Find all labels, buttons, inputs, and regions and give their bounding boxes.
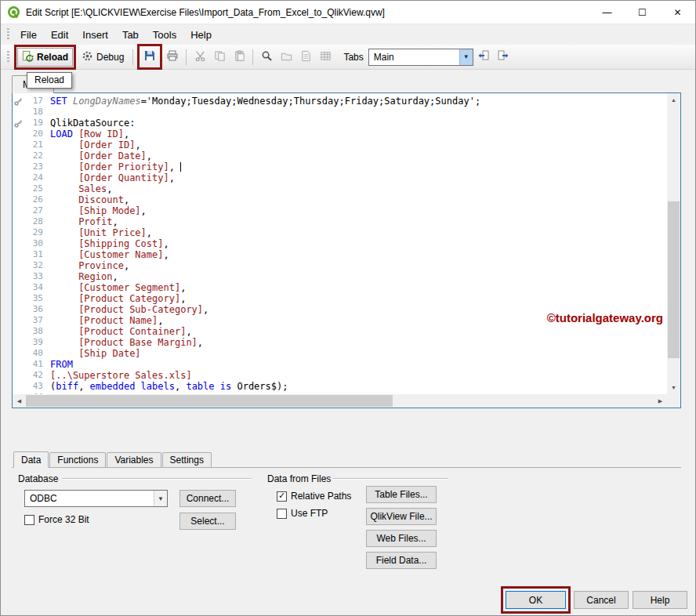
- tabs-combobox[interactable]: Main ▼: [368, 49, 473, 66]
- code-text: SET LongDayNames='Monday;Tuesday;Wednesd…: [43, 96, 480, 107]
- paste-button: [230, 47, 248, 67]
- menu-items: FileEditInsertTabToolsHelp: [13, 26, 219, 44]
- window-title: Edit Script [E:\QLICKVIEW\Exercise Files…: [26, 7, 589, 18]
- use-ftp-label: Use FTP: [291, 508, 328, 519]
- tab-functions[interactable]: Functions: [49, 452, 106, 467]
- chevron-down-icon[interactable]: ▼: [459, 49, 473, 65]
- force-32bit-checkbox[interactable]: [24, 515, 34, 525]
- code-segment: [50, 150, 78, 161]
- tab-settings[interactable]: Settings: [162, 452, 212, 467]
- menu-item-tab[interactable]: Tab: [115, 26, 146, 44]
- code-segment: LOAD: [50, 129, 73, 140]
- horizontal-scrollbar[interactable]: ◀ ▶: [13, 394, 667, 408]
- code-line: 33 Region,: [13, 271, 667, 282]
- gutter-spacer: [13, 348, 24, 359]
- code-line: 40 [Ship Date]: [13, 348, 667, 359]
- scroll-right-icon[interactable]: ▶: [654, 394, 667, 408]
- button-qlikview-file[interactable]: QlikView File...: [366, 508, 437, 525]
- select-button[interactable]: Select...: [179, 513, 236, 530]
- gutter-spacer: [13, 304, 24, 315]
- code-line: 17SET LongDayNames='Monday;Tuesday;Wedne…: [13, 96, 667, 107]
- use-ftp-checkbox[interactable]: [277, 509, 287, 519]
- gutter-spacer: [13, 370, 24, 381]
- reload-highlight-box: Reload: [14, 45, 76, 70]
- code-text: [Product Container],: [43, 326, 192, 337]
- horizontal-scrollbar-thumb[interactable]: [26, 395, 393, 407]
- scroll-down-icon[interactable]: ▼: [667, 381, 680, 394]
- minimize-button[interactable]: —: [589, 1, 625, 24]
- code-segment: [Order Date]: [78, 150, 147, 161]
- code-line: 31 [Customer Name],: [13, 249, 667, 260]
- button-table-files[interactable]: Table Files...: [366, 486, 437, 503]
- cancel-button[interactable]: Cancel: [574, 591, 629, 609]
- line-number: 29: [24, 227, 43, 238]
- code-segment: [Product Name]: [78, 315, 158, 326]
- table-viewer-button: [316, 47, 335, 67]
- close-button[interactable]: ✕: [660, 1, 695, 24]
- code-text: [Customer Name],: [43, 249, 169, 260]
- code-text: [Unit Price],: [43, 227, 152, 238]
- gutter-spacer: [13, 238, 24, 249]
- files-group-line: [333, 478, 448, 480]
- relative-paths-checkbox[interactable]: [277, 491, 287, 502]
- vertical-scrollbar[interactable]: ▲ ▼: [667, 93, 680, 394]
- button-field-data[interactable]: Field Data...: [366, 552, 437, 569]
- ok-button[interactable]: OK: [506, 591, 566, 609]
- tab-data[interactable]: Data: [13, 451, 49, 468]
- code-line: 43(biff, embedded labels, table is Order…: [13, 381, 667, 392]
- help-button[interactable]: Help: [633, 591, 687, 609]
- demote-tab-button[interactable]: [494, 47, 513, 67]
- menu-item-help[interactable]: Help: [183, 26, 219, 44]
- chevron-down-icon[interactable]: ▼: [154, 491, 167, 506]
- code-text: FROM: [43, 359, 73, 370]
- find-button[interactable]: [257, 47, 276, 67]
- code-text: [Customer Segment],: [43, 282, 186, 293]
- tab-variables[interactable]: Variables: [107, 452, 161, 467]
- line-number: 37: [24, 315, 43, 326]
- gutter-spacer: [13, 271, 24, 282]
- print-button[interactable]: [163, 47, 182, 67]
- debug-button[interactable]: Debug: [77, 48, 129, 67]
- code-segment: [Ship Date]: [78, 348, 140, 359]
- code-segment: Sales: [78, 183, 107, 194]
- connect-button[interactable]: Connect...: [179, 490, 236, 507]
- line-number: 28: [24, 216, 43, 227]
- reload-button[interactable]: Reload: [17, 48, 73, 67]
- line-number: 43: [24, 381, 43, 392]
- scroll-up-icon[interactable]: ▲: [667, 93, 680, 107]
- code-area[interactable]: 17SET LongDayNames='Monday;Tuesday;Wedne…: [13, 93, 667, 394]
- code-text: [Order Priority],: [43, 161, 181, 172]
- code-segment: [50, 348, 78, 359]
- folder-icon: [281, 50, 292, 64]
- maximize-button[interactable]: ☐: [625, 1, 660, 24]
- menu-item-file[interactable]: File: [13, 26, 44, 44]
- promote-tab-button[interactable]: [474, 47, 493, 67]
- code-line: 38 [Product Container],: [13, 326, 667, 337]
- code-line: 42[..\Superstore Sales.xls]: [13, 370, 667, 381]
- line-number: 38: [24, 326, 43, 337]
- line-number: 34: [24, 282, 43, 293]
- vertical-scrollbar-thumb[interactable]: [668, 201, 680, 358]
- toolbar-grip: [7, 51, 9, 63]
- code-text: Discount,: [43, 194, 129, 205]
- code-line: 30 [Shipping Cost],: [13, 238, 667, 249]
- gutter-spacer: [13, 140, 24, 150]
- database-combobox[interactable]: ODBC ▼: [24, 490, 168, 507]
- code-segment: [Order Priority]: [78, 161, 169, 172]
- code-segment: ,: [112, 216, 118, 227]
- menu-item-edit[interactable]: Edit: [44, 26, 75, 44]
- code-text: [Product Sub-Category],: [43, 304, 208, 315]
- menu-item-insert[interactable]: Insert: [75, 26, 115, 44]
- line-number: 33: [24, 271, 43, 282]
- code-segment: [50, 282, 78, 293]
- line-number: 20: [24, 129, 43, 140]
- gutter-spacer: [13, 107, 24, 118]
- save-button[interactable]: [140, 47, 159, 67]
- code-line: 41FROM: [13, 359, 667, 370]
- code-text: [43, 107, 50, 118]
- scroll-left-icon[interactable]: ◀: [13, 394, 26, 408]
- button-web-files[interactable]: Web Files...: [366, 530, 437, 547]
- code-line: 21 [Order ID],: [13, 140, 667, 150]
- menu-item-tools[interactable]: Tools: [146, 26, 183, 44]
- line-number: 18: [24, 107, 43, 118]
